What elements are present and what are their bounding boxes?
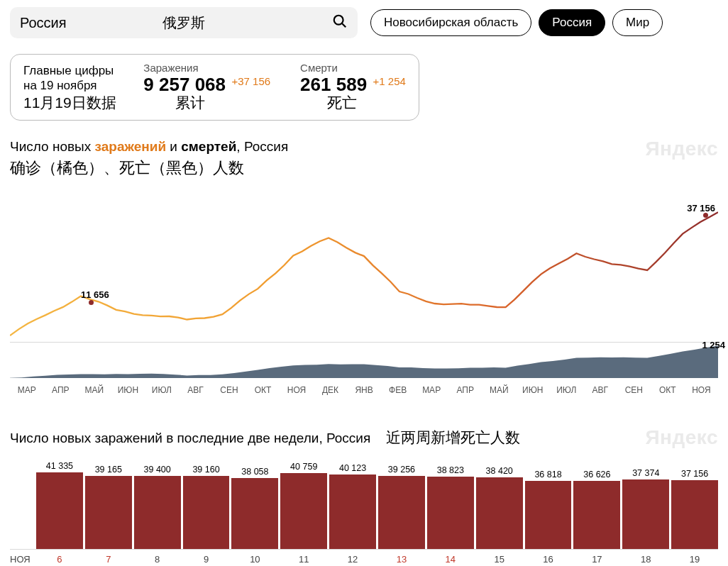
stat-infections-delta: +37 156 (231, 75, 270, 87)
bar-chart: 41 33539 16539 40039 16038 05840 75940 1… (10, 457, 718, 565)
callout-now-dot (703, 213, 708, 218)
trend-title-zh: 确诊（橘色）、死亡（黑色）人数 (10, 157, 718, 179)
callout-now: 37 156 (687, 203, 715, 213)
deaths-area-chart: 1 254 МАРАПРМАЙИЮНИЮЛАВГСЕНОКТНОЯДЕКЯНВФ… (0, 343, 728, 399)
bar-column: 36 818 (525, 470, 572, 549)
search-input[interactable]: Россия 俄罗斯 (10, 7, 358, 38)
bar-column: 38 823 (427, 465, 474, 549)
bar-column: 38 058 (231, 467, 278, 549)
stat-infections-label: Заражения (143, 62, 270, 74)
bar-column: 39 160 (183, 465, 230, 549)
bar-title-zh: 近两周新增死亡人数 (386, 428, 520, 448)
bar-column: 39 165 (85, 465, 132, 549)
bar-column: 36 626 (573, 470, 620, 549)
stat-deaths: Смерти 261 589 +1 254 (300, 62, 406, 96)
bar-column: 41 335 (36, 461, 83, 549)
bar-column: 40 759 (280, 462, 327, 549)
bar-column: 37 374 (622, 468, 669, 549)
stat-infections: Заражения 9 257 068 +37 156 (143, 62, 270, 96)
search-value-zh: 俄罗斯 (162, 13, 205, 33)
x-axis-months: МАРАПРМАЙИЮНИЮЛАВГСЕНОКТНОЯДЕКЯНВФЕВМАРА… (10, 381, 718, 399)
tab-country[interactable]: Россия (539, 9, 605, 36)
stat-deaths-zh: 死亡 (327, 93, 357, 113)
scope-tabs: Новосибирская область Россия Мир (370, 9, 663, 36)
svg-line-1 (342, 23, 346, 28)
stat-deaths-delta: +1 254 (373, 75, 406, 87)
search-value-ru: Россия (20, 15, 67, 31)
bar-title: Число новых заражений в последние две не… (10, 431, 370, 446)
section-trend: Яндекс Число новых заражений и смертей, … (0, 121, 728, 342)
headline-label: Главные цифры на 19 ноября (23, 62, 114, 94)
infections-line-chart: 11 656 37 156 (10, 197, 718, 342)
bar-column: 38 420 (476, 466, 523, 549)
section-2weeks: Яндекс Число новых заражений в последние… (0, 399, 728, 565)
tab-world[interactable]: Мир (612, 9, 663, 36)
headline-stats: Главные цифры на 19 ноября Заражения 9 2… (10, 54, 419, 121)
headline-line1: Главные цифры (23, 63, 114, 78)
bar-column: 40 123 (329, 463, 376, 549)
stat-infections-zh: 累计 (175, 93, 205, 113)
search-icon[interactable] (332, 13, 348, 32)
headline-zh: 11月19日数据 (23, 93, 116, 113)
callout-may-dot (89, 300, 94, 305)
stat-deaths-label: Смерти (300, 62, 406, 74)
tab-region[interactable]: Новосибирская область (370, 9, 531, 36)
callout-may: 11 656 (81, 289, 109, 300)
bar-column: 39 256 (378, 465, 425, 549)
headline-line2: на 19 ноября (23, 78, 114, 93)
callout-deaths-now: 1 254 (702, 340, 725, 350)
svg-point-0 (334, 16, 343, 25)
bar-column: 37 156 (671, 469, 718, 549)
bar-column: 39 400 (134, 465, 181, 549)
trend-title: Число новых заражений и смертей, Россия (10, 139, 718, 155)
